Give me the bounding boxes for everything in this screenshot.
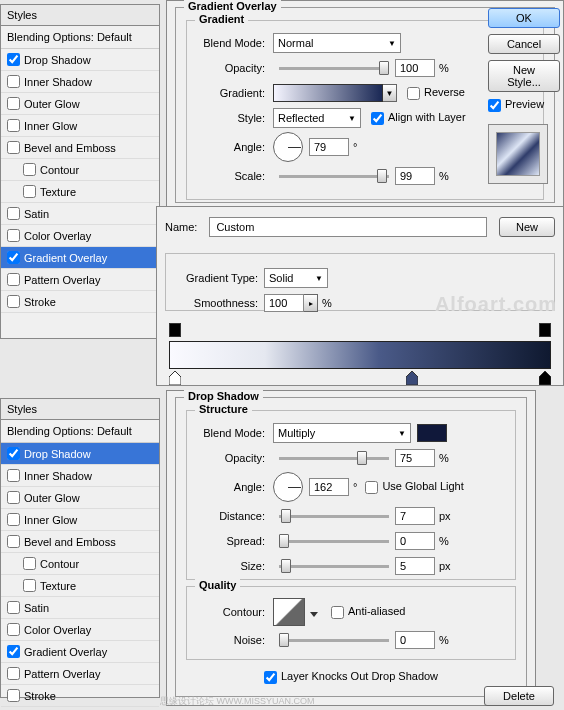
gradient-bar[interactable]	[169, 341, 551, 369]
cancel-button[interactable]: Cancel	[488, 34, 560, 54]
style-item-bevel-and-emboss[interactable]: Bevel and Emboss	[1, 137, 159, 159]
smooth-label: Smoothness:	[172, 297, 264, 309]
dialog-buttons: OK Cancel New Style... Preview	[488, 8, 560, 184]
color-stops[interactable]	[169, 371, 551, 387]
structure-title: Structure	[195, 403, 252, 415]
preview-check[interactable]: Preview	[488, 98, 560, 112]
type-dropdown[interactable]: Solid▼	[264, 268, 328, 288]
style-item-texture[interactable]: Texture	[1, 575, 159, 597]
gradient-arrow[interactable]: ▼	[383, 84, 397, 102]
ds-size-input[interactable]	[395, 557, 435, 575]
style-item-outer-glow[interactable]: Outer Glow	[1, 487, 159, 509]
style-item-satin[interactable]: Satin	[1, 203, 159, 225]
blend-mode-dropdown[interactable]: Normal▼	[273, 33, 401, 53]
style-item-texture[interactable]: Texture	[1, 181, 159, 203]
scale-label: Scale:	[193, 170, 273, 182]
knockout-check[interactable]: Layer Knocks Out Drop Shadow	[264, 670, 438, 684]
style-item-drop-shadow[interactable]: Drop Shadow	[1, 49, 159, 71]
style-item-bevel-and-emboss[interactable]: Bevel and Emboss	[1, 531, 159, 553]
opacity-input[interactable]	[395, 59, 435, 77]
ds-distance-slider[interactable]	[279, 515, 389, 518]
svg-marker-1	[406, 371, 418, 385]
style-item-inner-shadow[interactable]: Inner Shadow	[1, 465, 159, 487]
blend-mode-label: Blend Mode:	[193, 37, 273, 49]
style-item-inner-shadow[interactable]: Inner Shadow	[1, 71, 159, 93]
quality-title: Quality	[195, 579, 240, 591]
style-item-satin[interactable]: Satin	[1, 597, 159, 619]
name-input[interactable]	[209, 217, 487, 237]
style-item-drop-shadow[interactable]: Drop Shadow	[1, 443, 159, 465]
new-button[interactable]: New	[499, 217, 555, 237]
ds-distance-input[interactable]	[395, 507, 435, 525]
ds-opacity-slider[interactable]	[279, 457, 389, 460]
style-item-stroke[interactable]: Stroke	[1, 291, 159, 313]
styles-header: Styles	[1, 399, 159, 420]
group-title: Drop Shadow	[184, 390, 263, 402]
ds-angle-input[interactable]	[309, 478, 349, 496]
style-item-contour[interactable]: Contour	[1, 553, 159, 575]
styles-panel-top: Styles Blending Options: Default Drop Sh…	[0, 4, 160, 339]
style-item-contour[interactable]: Contour	[1, 159, 159, 181]
angle-dial[interactable]	[273, 132, 303, 162]
gradient-editor: Name: New Gradient Type: Solid▼ Smoothne…	[156, 206, 564, 386]
style-label: Style:	[193, 112, 273, 124]
name-label: Name:	[165, 221, 197, 233]
gradient-label: Gradient:	[193, 87, 273, 99]
scale-input[interactable]	[395, 167, 435, 185]
scale-slider[interactable]	[279, 175, 389, 178]
noise-input[interactable]	[395, 631, 435, 649]
styles-header: Styles	[1, 5, 159, 26]
noise-slider[interactable]	[279, 639, 389, 642]
style-item-pattern-overlay[interactable]: Pattern Overlay	[1, 663, 159, 685]
opacity-label: Opacity:	[193, 62, 273, 74]
gradient-swatch[interactable]	[273, 84, 383, 102]
reverse-check[interactable]: Reverse	[407, 86, 465, 100]
style-dropdown[interactable]: Reflected▼	[273, 108, 361, 128]
angle-label: Angle:	[193, 141, 273, 153]
style-item-color-overlay[interactable]: Color Overlay	[1, 619, 159, 641]
style-item-gradient-overlay[interactable]: Gradient Overlay	[1, 641, 159, 663]
ds-spread-input[interactable]	[395, 532, 435, 550]
style-item-inner-glow[interactable]: Inner Glow	[1, 509, 159, 531]
ds-blend-dropdown[interactable]: Multiply▼	[273, 423, 411, 443]
sub-title: Gradient	[195, 13, 248, 25]
svg-marker-0	[169, 371, 181, 385]
ds-spread-slider[interactable]	[279, 540, 389, 543]
styles-panel-bottom: Styles Blending Options: Default Drop Sh…	[0, 398, 160, 698]
style-item-stroke[interactable]: Stroke	[1, 685, 159, 707]
opacity-slider[interactable]	[279, 67, 389, 70]
contour-picker[interactable]	[273, 598, 305, 626]
smooth-arrow[interactable]: ▸	[304, 294, 318, 312]
blending-options[interactable]: Blending Options: Default	[1, 420, 159, 443]
ok-button[interactable]: OK	[488, 8, 560, 28]
group-title: Gradient Overlay	[184, 0, 281, 12]
shadow-color[interactable]	[417, 424, 447, 442]
new-style-button[interactable]: New Style...	[488, 60, 560, 92]
type-label: Gradient Type:	[172, 272, 264, 284]
antialiased-check[interactable]: Anti-aliased	[331, 605, 405, 619]
ds-opacity-input[interactable]	[395, 449, 435, 467]
ds-size-slider[interactable]	[279, 565, 389, 568]
style-item-color-overlay[interactable]: Color Overlay	[1, 225, 159, 247]
style-item-outer-glow[interactable]: Outer Glow	[1, 93, 159, 115]
style-item-pattern-overlay[interactable]: Pattern Overlay	[1, 269, 159, 291]
svg-marker-2	[539, 371, 551, 385]
opacity-stops[interactable]	[169, 323, 551, 339]
style-item-inner-glow[interactable]: Inner Glow	[1, 115, 159, 137]
drop-shadow-panel: Drop Shadow Structure Blend Mode: Multip…	[166, 390, 536, 706]
preview-thumbnail	[488, 124, 548, 184]
style-item-gradient-overlay[interactable]: Gradient Overlay	[1, 247, 159, 269]
footer-watermark: 思缘设计论坛 WWW.MISSYUAN.COM	[160, 695, 315, 708]
align-check[interactable]: Align with Layer	[371, 111, 466, 125]
angle-input[interactable]	[309, 138, 349, 156]
ds-angle-dial[interactable]	[273, 472, 303, 502]
smooth-input[interactable]	[264, 294, 304, 312]
delete-button[interactable]: Delete	[484, 686, 554, 706]
global-light-check[interactable]: Use Global Light	[365, 480, 463, 494]
blending-options[interactable]: Blending Options: Default	[1, 26, 159, 49]
